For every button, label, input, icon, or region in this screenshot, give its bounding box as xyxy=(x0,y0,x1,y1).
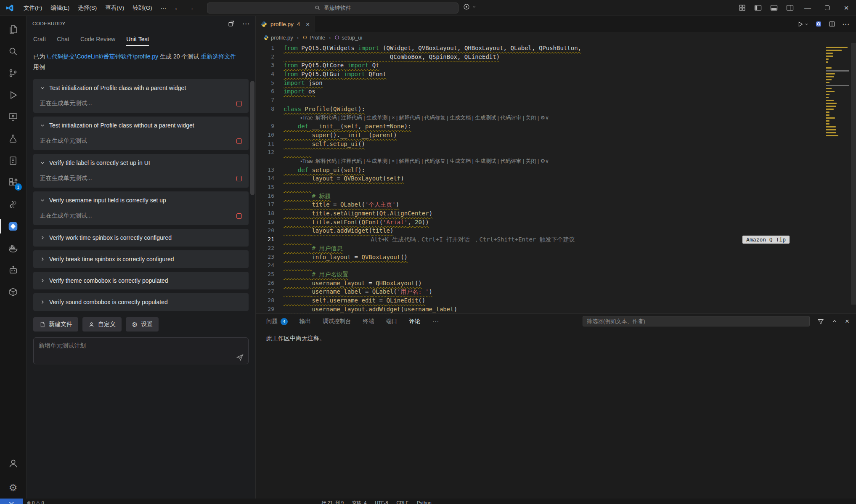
amazon-q-tip-badge[interactable]: Amazon Q Tip xyxy=(742,236,790,244)
remote-indicator[interactable]: >< xyxy=(0,499,23,504)
filter-icon[interactable] xyxy=(817,318,824,325)
code-line[interactable]: 17 title = QLabel('个人主页') xyxy=(256,200,822,209)
new-file-button[interactable]: 新建文件 xyxy=(33,317,78,332)
extensions-icon[interactable]: 1 xyxy=(0,172,27,194)
back-icon[interactable]: ← xyxy=(171,4,184,12)
comments-filter-input[interactable]: 筛选器(例如文本、作者) xyxy=(583,316,810,326)
chevron-down-icon[interactable] xyxy=(40,198,45,203)
customize-layout-icon[interactable] xyxy=(734,0,750,16)
test-card[interactable]: Verify username input field is correctly… xyxy=(33,191,249,225)
tab-craft[interactable]: Craft xyxy=(33,33,46,45)
send-icon[interactable] xyxy=(236,353,244,361)
panel-tab-ports[interactable]: 端口 xyxy=(386,318,398,325)
chevron-right-icon[interactable] xyxy=(40,257,45,262)
tab-chat[interactable]: Chat xyxy=(57,33,69,45)
minimap[interactable] xyxy=(826,45,850,138)
menu-goto[interactable]: 转到(G) xyxy=(128,3,156,13)
encoding-status[interactable]: UTF-8 xyxy=(371,499,392,504)
panel-tab-problems[interactable]: 问题 4 xyxy=(266,318,288,325)
search-icon[interactable] xyxy=(0,40,27,62)
code-line[interactable]: 20 layout.addWidget(title) xyxy=(256,226,822,235)
stop-generation-button[interactable] xyxy=(236,213,242,219)
sidebar-scrollbar[interactable] xyxy=(250,81,254,195)
indentation-status[interactable]: 空格: 4 xyxy=(348,499,371,504)
code-line[interactable]: 9 def __init__(self, parent=None): xyxy=(256,122,822,131)
notebook-icon[interactable] xyxy=(0,150,27,172)
unit-test-plan-input[interactable]: 新增单元测试计划 xyxy=(33,337,249,364)
more-actions-icon[interactable]: ⋯ xyxy=(242,19,249,28)
codelens-actions[interactable]: ▪Trae :解释代码 | 注释代码 | 生成单测 | × | 解释代码 | 代… xyxy=(284,157,549,166)
maximize-panel-icon[interactable] xyxy=(832,318,837,324)
chevron-right-icon[interactable] xyxy=(40,278,45,283)
breadcrumb-method[interactable]: setup_ui xyxy=(334,34,362,41)
file-path-link[interactable]: \..代码提交\CodeLink\番茄钟软件\profile.py xyxy=(47,53,158,60)
eol-status[interactable]: CRLF xyxy=(392,499,413,504)
more-actions-icon[interactable]: ⋯ xyxy=(842,20,849,29)
run-python-file-button[interactable] xyxy=(797,21,808,27)
codelens-row[interactable]: ▪Trae :解释代码 | 注释代码 | 生成单测 | × | 解释代码 | 代… xyxy=(256,114,822,122)
code-line[interactable]: 29 username_layout.addWidget(username_la… xyxy=(256,305,822,313)
chevron-down-icon[interactable] xyxy=(40,160,45,165)
code-line[interactable]: 22 # 用户信息 xyxy=(256,244,822,253)
close-window-button[interactable]: × xyxy=(837,0,856,16)
test-card[interactable]: Test initialization of Profile class wit… xyxy=(33,79,249,113)
problems-status[interactable]: ⊗ 0 ⚠ 0 xyxy=(23,499,48,504)
test-card[interactable]: Verify theme combobox is correctly popul… xyxy=(33,272,249,289)
code-line[interactable]: 3from PyQt5.QtCore import Qt xyxy=(256,61,822,70)
minimize-button[interactable]: — xyxy=(798,0,817,16)
toggle-sidebar-right-icon[interactable] xyxy=(782,0,798,16)
menu-file[interactable]: 文件(F) xyxy=(19,3,46,13)
code-line[interactable]: 7 xyxy=(256,96,822,105)
codelens-row[interactable]: ▪Trae :解释代码 | 注释代码 | 生成单测 | × | 解释代码 | 代… xyxy=(256,157,822,166)
menu-overflow-icon[interactable]: ⋯ xyxy=(156,5,171,11)
menu-view[interactable]: 查看(V) xyxy=(101,3,128,13)
tab-code-review[interactable]: Code Review xyxy=(80,33,115,45)
reselect-file-link[interactable]: 重新选择文件 xyxy=(201,53,236,60)
chevron-right-icon[interactable] xyxy=(40,300,45,305)
cursor-position[interactable]: 行 21, 列 9 xyxy=(318,499,348,504)
code-line[interactable]: 14 layout = QVBoxLayout(self) xyxy=(256,174,822,183)
customize-button[interactable]: 自定义 xyxy=(82,317,122,332)
account-icon[interactable] xyxy=(0,452,27,474)
panel-tab-debug-console[interactable]: 调试控制台 xyxy=(323,318,351,325)
code-line[interactable]: 5import json xyxy=(256,79,822,88)
code-line[interactable]: 21 Alt+K 生成代码，Ctrl+I 打开对话 ，Ctrl+Shift+En… xyxy=(256,235,822,244)
code-line[interactable]: 26 username_layout = QHBoxLayout() xyxy=(256,279,822,288)
panel-tab-terminal[interactable]: 终端 xyxy=(363,318,374,325)
code-line[interactable]: 15 xyxy=(256,183,822,192)
maximize-button[interactable] xyxy=(817,0,837,16)
tab-unit-test[interactable]: Unit Test xyxy=(126,33,149,45)
stop-generation-button[interactable] xyxy=(236,176,242,181)
menu-selection[interactable]: 选择(S) xyxy=(74,3,101,13)
docker-icon[interactable] xyxy=(0,237,27,259)
codebuddy-icon[interactable] xyxy=(0,215,27,237)
code-editor[interactable]: 1from PyQt5.QtWidgets import (QWidget, Q… xyxy=(256,43,856,313)
split-editor-icon[interactable] xyxy=(829,21,835,27)
toggle-panel-icon[interactable] xyxy=(766,0,782,16)
amazon-q-icon[interactable] xyxy=(0,281,27,303)
tab-profile-py[interactable]: profile.py 4 × xyxy=(256,16,315,32)
stop-generation-button[interactable] xyxy=(236,138,242,144)
test-card[interactable]: Verify break time spinbox is correctly c… xyxy=(33,250,249,268)
test-card[interactable]: Test initialization of Profile class wit… xyxy=(33,117,249,150)
code-line[interactable]: 28 self.username_edit = QLineEdit() xyxy=(256,296,822,305)
test-card[interactable]: Verify work time spinbox is correctly co… xyxy=(33,229,249,247)
source-control-icon[interactable] xyxy=(0,62,27,84)
close-panel-icon[interactable]: × xyxy=(845,317,849,326)
explorer-icon[interactable] xyxy=(0,19,27,40)
run-debug-icon[interactable] xyxy=(0,84,27,106)
popout-icon[interactable] xyxy=(228,20,235,27)
code-line[interactable]: 24 xyxy=(256,261,822,270)
code-line[interactable]: 19 title.setFont(QFont('Arial', 20)) xyxy=(256,218,822,227)
code-line[interactable]: 10 super().__init__(parent) xyxy=(256,131,822,140)
code-line[interactable]: 2 QComboBox, QSpinBox, QLineEdit) xyxy=(256,53,822,61)
breadcrumb-class[interactable]: Profile xyxy=(302,34,325,41)
close-tab-icon[interactable]: × xyxy=(306,21,310,28)
code-line[interactable]: 8class Profile(QWidget): xyxy=(256,105,822,114)
codeium-icon[interactable] xyxy=(0,194,27,215)
settings-gear-icon[interactable]: ⚙ xyxy=(0,477,27,499)
ai-robot-icon[interactable] xyxy=(0,259,27,281)
toggle-sidebar-left-icon[interactable] xyxy=(750,0,766,16)
code-line[interactable]: 11 self.setup_ui() xyxy=(256,140,822,149)
codelens-actions[interactable]: ▪Trae :解释代码 | 注释代码 | 生成单测 | × | 解释代码 | 代… xyxy=(284,114,549,122)
